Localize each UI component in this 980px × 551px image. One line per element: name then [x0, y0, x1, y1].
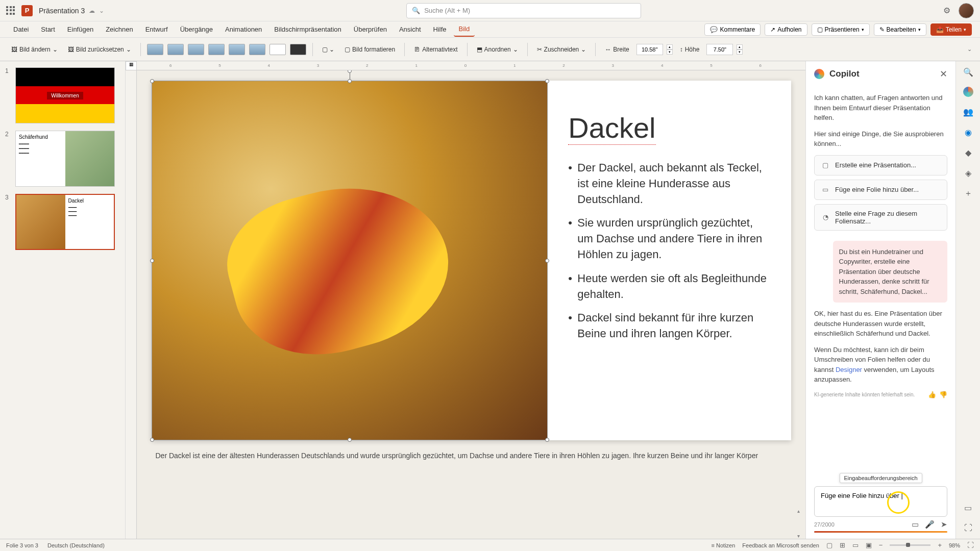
slide-thumb-1[interactable]: 1 Willkommen [5, 67, 120, 123]
notes-scrollbar[interactable]: ▴▾ [797, 508, 804, 539]
tab-zeichnen[interactable]: Zeichnen [101, 22, 138, 36]
slide-text-area[interactable]: Dackel Der Dackel, auch bekannt als Teck… [548, 81, 791, 440]
slide-title[interactable]: Dackel [568, 111, 655, 145]
style-preset-7[interactable] [270, 44, 286, 55]
change-image-button[interactable]: 🖼 Bild ändern ⌄ [8, 44, 61, 55]
expand-rail-icon[interactable]: ⛶ [963, 522, 974, 534]
resize-handle[interactable] [348, 79, 352, 83]
collapse-rail-icon[interactable]: ▭ [963, 502, 974, 513]
present-button[interactable]: ▢ Präsentieren ▾ [812, 23, 870, 36]
slide-canvas[interactable]: Dackel Der Dackel, auch bekannt als Teck… [152, 81, 791, 440]
sorter-view-icon[interactable]: ⊞ [840, 541, 845, 549]
tab-ansicht[interactable]: Ansicht [394, 22, 426, 36]
border-button[interactable]: ▢ ⌄ [319, 44, 337, 55]
comments-button[interactable]: 💬 Kommentare [704, 23, 761, 36]
style-preset-5[interactable] [229, 44, 245, 55]
slide-thumb-2[interactable]: 2 Schäferhund━━━━━━━━━━━━ [5, 131, 120, 187]
resize-handle[interactable] [545, 438, 549, 442]
tab-entwurf[interactable]: Entwurf [140, 22, 173, 36]
resize-handle[interactable] [545, 259, 549, 263]
user-avatar[interactable] [959, 3, 974, 18]
bullet-item[interactable]: Der Dackel, auch bekannt als Teckel, ist… [568, 160, 770, 207]
style-preset-1[interactable] [147, 44, 163, 55]
suggestion-create-presentation[interactable]: ▢Erstelle eine Präsentation... [814, 155, 947, 176]
width-spinner[interactable]: ▴▾ [667, 44, 673, 55]
resize-handle[interactable] [150, 259, 154, 263]
search-rail-icon[interactable]: 🔍 [963, 66, 974, 78]
width-label: ↔ Breite [602, 44, 632, 55]
slide-counter[interactable]: Folie 3 von 3 [6, 542, 38, 548]
document-name[interactable]: Präsentation 3 [39, 7, 85, 15]
zoom-in-icon[interactable]: + [938, 541, 942, 549]
people-rail-icon[interactable]: 👥 [963, 106, 974, 117]
app-rail-icon[interactable]: ◆ [963, 147, 974, 158]
height-input[interactable] [706, 44, 733, 55]
style-preset-3[interactable] [188, 44, 204, 55]
edit-button[interactable]: ✎ Bearbeiten ▾ [874, 23, 926, 36]
crop-button[interactable]: ✂ Zuschneiden ⌄ [534, 44, 590, 55]
thumbs-down-icon[interactable]: 👎 [939, 391, 947, 398]
height-spinner[interactable]: ▴▾ [737, 44, 743, 55]
ribbon-expand-icon[interactable]: ⌄ [967, 46, 972, 53]
search-input[interactable]: 🔍 Suche (Alt + M) [406, 3, 641, 18]
tab-hilfe[interactable]: Hilfe [428, 22, 452, 36]
suggestion-ask-question[interactable]: ◔Stelle eine Frage zu diesem Foliensatz.… [814, 204, 947, 231]
add-rail-icon[interactable]: ＋ [963, 188, 974, 199]
catchup-button[interactable]: ↗ Aufholen [765, 23, 807, 36]
tab-bildschirm[interactable]: Bildschirmpräsentation [269, 22, 347, 36]
slideshow-view-icon[interactable]: ▣ [866, 541, 872, 549]
feedback-link[interactable]: Feedback an Microsoft senden [742, 542, 819, 548]
fit-window-icon[interactable]: ⛶ [967, 541, 974, 549]
zoom-level[interactable]: 98% [949, 542, 960, 548]
width-input[interactable] [636, 44, 663, 55]
bullet-item[interactable]: Heute werden sie oft als Begleithunde ge… [568, 271, 770, 303]
normal-view-icon[interactable]: ▢ [826, 541, 832, 549]
tab-start[interactable]: Start [36, 22, 60, 36]
copilot-prompt-input[interactable] [814, 486, 947, 517]
resize-handle[interactable] [150, 438, 154, 442]
style-preset-2[interactable] [167, 44, 184, 55]
tab-ueberpruefen[interactable]: Überprüfen [349, 22, 392, 36]
zoom-slider[interactable] [890, 544, 930, 546]
edge-rail-icon[interactable]: ◉ [963, 127, 974, 138]
slide-image-selected[interactable] [152, 81, 548, 440]
zoom-out-icon[interactable]: − [879, 541, 883, 549]
notes-toggle[interactable]: ≡ Notizen [712, 542, 736, 548]
slide-thumb-3[interactable]: 3 Dackel━━━━━━━━━━━━ [5, 194, 120, 250]
style-preset-4[interactable] [208, 44, 225, 55]
speaker-notes[interactable]: Der Dackel ist eine der ältesten Hundera… [152, 446, 791, 465]
arrange-button[interactable]: ⬒ Anordnen ⌄ [474, 44, 521, 55]
reset-image-button[interactable]: 🖼 Bild zurücksetzen ⌄ [65, 44, 134, 55]
app-launcher-icon[interactable] [6, 6, 15, 15]
thumbs-up-icon[interactable]: 👍 [928, 391, 936, 398]
style-preset-6[interactable] [249, 44, 265, 55]
format-image-button[interactable]: ▢ Bild formatieren [341, 44, 398, 55]
alt-text-button[interactable]: 🖹 Alternativtext [411, 44, 460, 55]
bullet-item[interactable]: Dackel sind bekannt für ihre kurzen Bein… [568, 310, 770, 342]
bullet-item[interactable]: Sie wurden ursprünglich gezüchtet, um Da… [568, 215, 770, 262]
suggestion-add-slide[interactable]: ▭Füge eine Folie hinzu über... [814, 180, 947, 200]
reading-view-icon[interactable]: ▭ [852, 541, 859, 549]
chevron-down-icon[interactable]: ⌄ [99, 7, 104, 14]
close-icon[interactable]: ✕ [940, 68, 947, 80]
tab-datei[interactable]: Datei [8, 22, 34, 36]
horizontal-ruler: 6543210123456 [126, 61, 805, 70]
tab-einfuegen[interactable]: Einfügen [62, 22, 99, 36]
tab-bild[interactable]: Bild [454, 22, 475, 37]
ruler-toggle[interactable]: ▦ [126, 61, 137, 70]
app-rail-icon-2[interactable]: ◈ [963, 167, 974, 179]
send-icon[interactable]: ➤ [941, 520, 947, 529]
copilot-rail-icon[interactable] [963, 87, 973, 97]
style-preset-8[interactable] [290, 44, 306, 55]
designer-link[interactable]: Designer [836, 366, 862, 373]
prompt-guide-icon[interactable]: ▭ [912, 520, 919, 529]
microphone-icon[interactable]: 🎤 [925, 520, 935, 529]
settings-icon[interactable]: ⚙ [943, 6, 950, 15]
rotate-handle[interactable] [348, 70, 352, 73]
language-indicator[interactable]: Deutsch (Deutschland) [47, 542, 105, 548]
tab-animationen[interactable]: Animationen [220, 22, 267, 36]
tab-uebergaenge[interactable]: Übergänge [175, 22, 218, 36]
resize-handle[interactable] [348, 438, 352, 442]
share-button[interactable]: 📤 Teilen ▾ [930, 23, 972, 36]
resize-handle[interactable] [150, 79, 154, 83]
